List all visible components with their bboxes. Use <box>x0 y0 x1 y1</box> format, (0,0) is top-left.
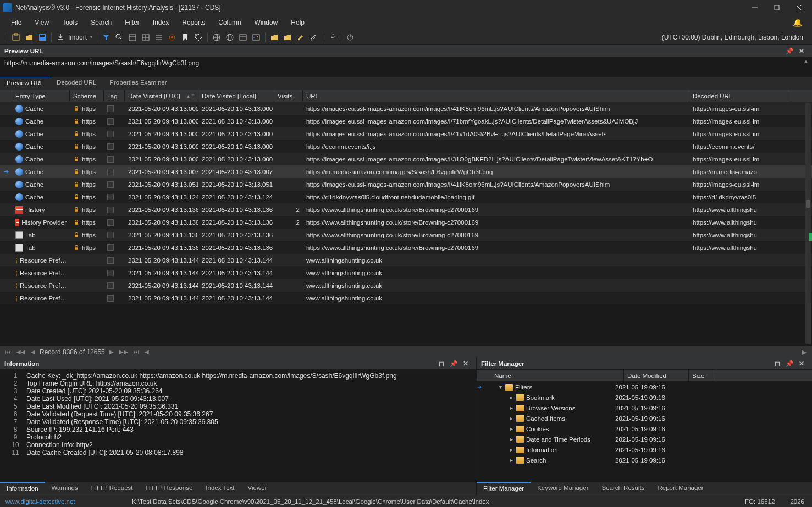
filter-tree-item[interactable]: ▸Browser Versions2021-05-19 09:16 <box>477 403 812 413</box>
filter-tree-item[interactable]: ▸Cached Items2021-05-19 09:16 <box>477 413 812 424</box>
filter-tree-item[interactable]: ➔▾Filters2021-05-19 09:16 <box>477 382 812 392</box>
fm-col-name[interactable]: Name <box>491 370 624 381</box>
tag-checkbox[interactable] <box>107 156 114 163</box>
vertical-scrollbar[interactable] <box>805 103 811 344</box>
expand-icon[interactable]: ▾ <box>498 384 503 390</box>
tag-checkbox[interactable] <box>107 282 114 289</box>
table-row[interactable]: Cachehttps2021-05-20 09:43:13.0002021-05… <box>0 153 812 165</box>
tab-preview-url[interactable]: Preview URL <box>0 76 50 90</box>
menu-view[interactable]: View <box>28 16 56 29</box>
tag-checkbox[interactable] <box>107 270 114 276</box>
tag-checkbox[interactable] <box>107 169 114 175</box>
tag-checkbox[interactable] <box>107 105 114 112</box>
scroll-up-icon[interactable]: ▲ <box>803 58 809 64</box>
filter-tree-item[interactable]: ▸Date and Time Periods2021-05-19 09:16 <box>477 434 812 444</box>
folder-icon[interactable] <box>269 32 279 42</box>
col-date-local[interactable]: Date Visited [Local] <box>198 90 274 102</box>
save-icon[interactable] <box>37 32 47 42</box>
restore-icon[interactable]: ◻ <box>438 360 445 367</box>
filter-tree-item[interactable]: ▸Bookmark2021-05-19 09:16 <box>477 392 812 403</box>
new-case-icon[interactable] <box>11 32 21 42</box>
tab-report-manager[interactable]: Report Manager <box>651 482 710 495</box>
last-page-icon[interactable]: ⏭ <box>132 349 140 355</box>
grid-rows[interactable]: Cachehttps2021-05-20 09:43:13.0002021-05… <box>0 102 812 346</box>
close-panel-icon[interactable]: ✕ <box>462 360 469 367</box>
menu-file[interactable]: File <box>4 16 28 29</box>
table-row[interactable]: Resource Pref…2021-05-20 09:43:13.144202… <box>0 266 812 279</box>
table-row[interactable]: Cachehttps2021-05-20 09:43:13.0002021-05… <box>0 140 812 153</box>
table-row[interactable]: Historyhttps2021-05-20 09:43:13.1362021-… <box>0 203 812 216</box>
tab-decoded-url[interactable]: Decoded URL <box>50 77 103 90</box>
filter-tree-item[interactable]: ▸Information2021-05-19 09:16 <box>477 444 812 455</box>
table-row[interactable]: Cachehttps2021-05-20 09:43:13.0002021-05… <box>0 127 812 140</box>
bell-icon[interactable]: 🔔 <box>793 18 808 27</box>
tag-checkbox[interactable] <box>107 131 114 137</box>
menu-search[interactable]: Search <box>84 16 118 29</box>
menu-tools[interactable]: Tools <box>56 16 84 29</box>
image-icon[interactable] <box>251 32 261 42</box>
table-row[interactable]: Tabhttps2021-05-20 09:43:13.1362021-05-2… <box>0 229 812 241</box>
col-decoded-url[interactable]: Decoded URL <box>689 90 791 102</box>
expand-icon[interactable]: ▸ <box>509 415 514 421</box>
pin-icon[interactable]: 📌 <box>786 360 793 367</box>
open-case-icon[interactable] <box>24 32 34 42</box>
tab-warnings[interactable]: Warnings <box>45 482 85 495</box>
col-scheme[interactable]: Scheme <box>70 90 104 102</box>
expand-icon[interactable]: ▸ <box>509 405 514 411</box>
table-row[interactable]: ➔Cachehttps2021-05-20 09:43:13.0072021-0… <box>0 165 812 178</box>
tab-viewer[interactable]: Viewer <box>241 482 274 495</box>
import-icon[interactable] <box>56 32 65 42</box>
close-panel-icon[interactable]: ✕ <box>798 47 805 55</box>
expand-icon[interactable]: ▸ <box>509 394 514 400</box>
table-row[interactable]: Cachehttps2021-05-20 09:43:13.0002021-05… <box>0 102 812 115</box>
tag-icon[interactable] <box>194 32 203 42</box>
close-panel-icon[interactable]: ✕ <box>798 360 805 367</box>
power-icon[interactable] <box>345 32 355 42</box>
tag-checkbox[interactable] <box>107 295 114 302</box>
tag-checkbox[interactable] <box>107 118 114 125</box>
expand-icon[interactable]: ▸ <box>509 457 514 463</box>
tab-filter-manager[interactable]: Filter Manager <box>477 482 531 495</box>
filter-manager-tree[interactable]: ➔▾Filters2021-05-19 09:16▸Bookmark2021-0… <box>477 382 812 482</box>
tag-checkbox[interactable] <box>107 257 114 264</box>
bookmark-icon[interactable] <box>180 32 190 42</box>
menu-column[interactable]: Column <box>212 16 247 29</box>
table-row[interactable]: Resource Pref…2021-05-20 09:43:13.144202… <box>0 292 812 304</box>
menu-help[interactable]: Help <box>284 16 311 29</box>
table-row[interactable]: Resource Pref…2021-05-20 09:43:13.144202… <box>0 254 812 266</box>
statusbar-url[interactable]: www.digital-detective.net <box>0 498 132 505</box>
menu-filter[interactable]: Filter <box>118 16 146 29</box>
close-button[interactable] <box>788 0 810 15</box>
pin-icon[interactable]: 📌 <box>786 47 793 55</box>
folder2-icon[interactable] <box>283 32 292 42</box>
tag-checkbox[interactable] <box>107 143 114 150</box>
scroll-left-icon[interactable]: ◀ <box>143 349 150 355</box>
table-row[interactable]: Cachehttps2021-05-20 09:43:13.1242021-05… <box>0 191 812 203</box>
tag-checkbox[interactable] <box>107 232 114 238</box>
col-selector[interactable] <box>0 90 12 102</box>
tab-index-text[interactable]: Index Text <box>199 482 241 495</box>
table-row[interactable]: Cachehttps2021-05-20 09:43:13.0002021-05… <box>0 115 812 127</box>
information-body[interactable]: 1Cache Key: _dk_https://amazon.co.uk htt… <box>0 370 476 482</box>
table-row[interactable]: Tabhttps2021-05-20 09:43:13.1362021-05-2… <box>0 241 812 254</box>
calendar-icon[interactable] <box>128 32 137 42</box>
import-button[interactable]: Import ▼ <box>68 34 93 41</box>
filter-tree-item[interactable]: ▸Cookies2021-05-19 09:16 <box>477 424 812 434</box>
table-row[interactable]: Cachehttps2021-05-20 09:43:13.0512021-05… <box>0 178 812 191</box>
edit2-icon[interactable] <box>309 32 319 42</box>
tab-search-results[interactable]: Search Results <box>595 482 651 495</box>
menu-index[interactable]: Index <box>146 16 175 29</box>
col-visits[interactable]: Visits <box>274 90 303 102</box>
tab-properties[interactable]: Properties Examiner <box>103 77 173 90</box>
tag-checkbox[interactable] <box>107 194 114 200</box>
col-url[interactable]: URL <box>303 90 689 102</box>
pin-icon[interactable]: 📌 <box>450 360 457 367</box>
grid-icon[interactable] <box>141 32 151 42</box>
next-page-icon[interactable]: ▶▶ <box>118 349 129 355</box>
first-page-icon[interactable]: ⏮ <box>4 349 12 355</box>
fm-col-size[interactable]: Size <box>689 370 716 381</box>
minimize-button[interactable] <box>744 0 766 15</box>
tag-checkbox[interactable] <box>107 219 114 226</box>
fm-col-date[interactable]: Date Modified <box>624 370 689 381</box>
wrench-icon[interactable] <box>327 32 337 42</box>
